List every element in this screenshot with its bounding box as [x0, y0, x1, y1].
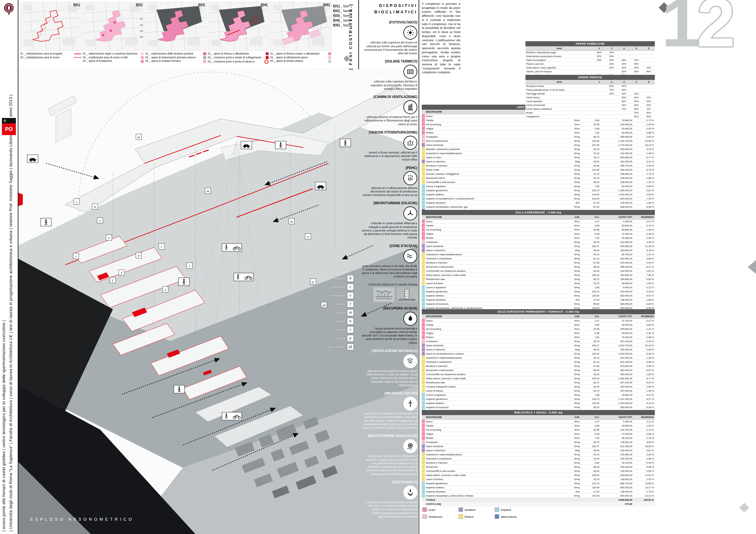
phase-map-5: f[05]01 _ opere di finitura museo e alle…: [270, 2, 331, 65]
cost-row: Paratie€/mc9,9699.600,000,62 %: [422, 323, 655, 327]
cost-per-sqm-row: COSTO A MQ1.910,40: [422, 327, 655, 331]
map-tag: f[05]: [323, 3, 330, 7]
cost-row: Controsoffitti con isolamento acustico€/…: [422, 269, 655, 273]
opere-row: Parcheggi pubblici40%60%: [526, 81, 655, 85]
map-tag: f[01]: [73, 3, 80, 7]
cost-row: Canne e fognature€/mq1,666.640,000,12 %: [422, 285, 655, 289]
edge-triangle: [748, 260, 756, 274]
bioclimatic-panel: DISPOSITIVI BIOCLIMATICI [FOTOVOLTAICO]c…: [362, 0, 417, 522]
cost-row: Impianto acustico€/mq150,081.500.800,009…: [422, 414, 655, 418]
bio-section-fotovoltaico: [FOTOVOLTAICO]collocato sulla copertura …: [362, 20, 417, 55]
map-legend: 01 _ sistemazione argini e creazione ban…: [83, 52, 144, 63]
bio-section-recupero-acqua: [RECUPERO ACQUA]l'acqua piovana verrà re…: [362, 306, 417, 345]
block-marker-f: f: [110, 277, 116, 283]
block-marker-b: b: [136, 253, 142, 258]
map-legend-entry: 01 _ sistemazione argini e creazione ban…: [83, 52, 144, 56]
map-image: f[03]: [145, 2, 207, 51]
cost-row: Mobilio fisso€/mq23,4370.290,001,23 %: [422, 318, 655, 323]
bio-section-text: utilizzato assieme al sistema PDHC per i…: [362, 116, 417, 126]
map-tag: f[03]: [198, 3, 205, 7]
sketch-caption: schizzi dei sistemi per le vasche d'acqu…: [362, 283, 417, 286]
cost-row: Volgrip€/mc5,4854.800,000,34 %: [422, 331, 655, 335]
bio-section-micropali-eolici: [MICROPALI EOLICI]posti nel parco sfrutt…: [362, 391, 417, 430]
bio-section-title: [VENTILAZIONE NATURALE]: [362, 349, 417, 353]
cost-row: Isolamenti e impermeabilizzazioni€/mq20,…: [422, 452, 655, 457]
thesis-credits: | Università degli studi di Roma "La Sap…: [9, 19, 13, 531]
map-legend: 01 _ realizzazione delle strutture porta…: [145, 52, 206, 63]
cost-row: Canne e fognature€/mq7,5060.000,000,55 %: [422, 184, 655, 188]
cost-row: Murature e tramezzi€/mq33,34266.720,002,…: [422, 164, 655, 168]
cost-row: Opere strutturali€/mq221,301.770.400,001…: [422, 143, 655, 147]
map-legend-entry: 02 _ suddivisione area di scavo in lotti: [83, 56, 144, 59]
panel-divider: [418, 0, 419, 534]
page-number: 12: [662, 0, 732, 57]
bio-section-text: il sistema è posizionato al livello più …: [362, 501, 417, 519]
legend-chip: [203, 52, 206, 55]
solare-termico-icon: [403, 65, 417, 79]
block-marker-m: m: [136, 134, 142, 140]
bio-section-camini-di-ventilazione: [CAMINI DI VENTILAZIONE]utilizzato assie…: [362, 95, 417, 126]
cost-row: Impianto idrosanitario, antincendio e cl…: [422, 494, 655, 498]
cost-row: Serramenti e setti acustici€/mq89,00890.…: [422, 368, 655, 372]
ventilazione-naturale-icon: [403, 354, 417, 368]
cost-per-sqm-row: COSTO A MQ1.426,83: [422, 226, 655, 229]
function-legend-row: porto fluvialepf: [318, 342, 354, 351]
bio-section-text: posti nel parco sfruttano i flussi di ve…: [362, 412, 417, 430]
legend-chip: [266, 56, 269, 59]
function-letter-c: c: [347, 283, 354, 290]
block-marker-f: f: [119, 270, 124, 276]
cost-row: Opere in alluminio€/kg45,20226.000,004,6…: [422, 448, 655, 452]
bio-section-zone-d-acqua: [ZONE D'ACQUA]poste nel parco urbano e n…: [362, 244, 417, 279]
cost-row: Paratie€/mc9,9639.840,000,70 %: [422, 224, 655, 228]
cost-row: Opere in vetro€/mq78,71629.680,005,77 %: [422, 155, 655, 159]
attrezzature-color-chip: [495, 514, 499, 519]
legend-chip: [141, 52, 144, 55]
block-marker-c: c: [73, 199, 80, 204]
function-legend-row: conferenzec: [318, 282, 354, 291]
function-legend-row: negozin: [318, 317, 354, 325]
function-letter-f: f: [347, 301, 354, 307]
bio-section-title: [MICROPALI EOLICI]: [362, 391, 417, 395]
function-legend-row: bibliotecab: [318, 274, 354, 282]
cost-row: Opere in alluminio€/kg45,20361.600,003,3…: [422, 159, 655, 164]
bioclimatic-title: DISPOSITIVI BIOCLIMATICI: [362, 3, 417, 15]
opere-row: Vasche, percorsi d'acqua30%30%40%: [526, 70, 655, 73]
cost-row: Controsoffitti e setti acustici€/mq26,00…: [422, 469, 655, 473]
cost-row: Impianto di sicurezza€/mq95,00950.000,00…: [422, 405, 655, 409]
cost-row: Pavimenti e rivestimenti€/mq81,12811.200…: [422, 360, 655, 364]
bio-section-ventilazione-naturale: [VENTILAZIONE NATURALE]ottenuta tramite …: [362, 349, 417, 387]
cost-row: Impianto elettrico€/mq130,001.300.000,00…: [422, 401, 655, 405]
water-sketches: schizzi dei sistemi per le vasche d'acqu…: [362, 283, 417, 302]
opere-row: Recupero fornace50%50%: [526, 84, 655, 88]
fasi-separator: [358, 0, 359, 69]
cost-legend-fondazioni: fondazioni: [422, 514, 455, 519]
fondazioni-color-chip: [422, 514, 427, 519]
cost-row: Rinterri€/mc7,6276.200,000,48 %: [422, 335, 655, 339]
phase-map-3: f[03]01 _ realizzazione delle strutture …: [145, 2, 206, 65]
cost-per-sqm-row: COSTO A MQ979,90: [422, 502, 655, 506]
cost-row: Impianto geotermico€/mq133,741.069.920,0…: [422, 188, 655, 193]
map-legend-entry: 02 _ opere di sistemazioni primarie este…: [145, 56, 206, 59]
block-marker-e: e: [162, 286, 168, 292]
legend-chip: [203, 56, 206, 59]
vasche-fitodepurazione-icon: [403, 136, 417, 150]
function-legend-row: museom: [318, 308, 354, 317]
cost-row: Muri di contenimento€/mq144,341.154.720,…: [422, 139, 655, 143]
cost-row: Pareti mobili€/mq119,30954.400,008,75 %: [422, 168, 655, 172]
cost-row: Impianto elevatore€/m27,00135.000,002,76…: [422, 490, 655, 494]
bio-section-text: sistemi a flusso verticale, utilizzati p…: [362, 151, 417, 162]
bio-section-geotermico: [GEOTERMICO]il sistema è posizionato al …: [362, 480, 417, 519]
map-legend-entry: 01 _ realizzazione delle strutture porta…: [145, 52, 206, 56]
bio-section-text: collocato sulla copertura del museo ed u…: [362, 41, 417, 55]
cost-legend: scavistruttureimpiantifondazionifiniture…: [422, 507, 528, 519]
cost-row: Rinterri€/mc7,6238.100,000,78 %: [422, 436, 655, 440]
function-letter-b: b: [347, 275, 354, 282]
pdhc-icon: [403, 171, 417, 185]
cost-row: Lavori di finitura€/mq23,70118.500,002,4…: [422, 477, 655, 481]
bio-section-text: collocate in canali ausiliari affiancati…: [362, 222, 417, 239]
bio-section-title: [MICROTURBINE IDRAULICHE]: [362, 434, 417, 438]
bio-section-text: utilizzati per il raffrescamento dell'ar…: [362, 186, 417, 197]
cost-per-sqm-row: COSTO A MQ3.993,38: [422, 430, 655, 434]
legend-chip: [74, 54, 81, 54]
cost-row: Impianto geotermico€/mq133,74534.960,009…: [422, 289, 655, 294]
